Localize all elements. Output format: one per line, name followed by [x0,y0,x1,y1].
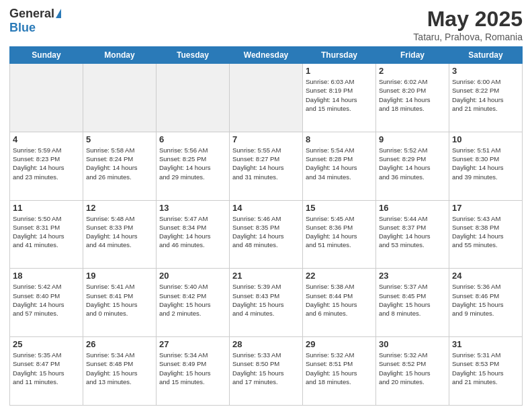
day-number: 20 [159,271,226,281]
day-number: 23 [379,271,446,281]
day-number: 25 [13,339,80,349]
calendar-week-row: 1Sunrise: 6:03 AM Sunset: 8:19 PM Daylig… [10,64,523,132]
calendar-cell: 3Sunrise: 6:00 AM Sunset: 8:22 PM Daylig… [449,64,523,132]
weekday-header-sunday: Sunday [10,47,83,64]
day-number: 21 [232,271,300,281]
calendar-week-row: 25Sunrise: 5:35 AM Sunset: 8:47 PM Dayli… [10,337,523,406]
day-number: 6 [159,134,226,144]
calendar-week-row: 18Sunrise: 5:42 AM Sunset: 8:40 PM Dayli… [10,269,523,337]
day-number: 17 [452,203,519,213]
calendar-cell [230,64,303,132]
day-number: 8 [306,134,373,144]
calendar-cell: 10Sunrise: 5:51 AM Sunset: 8:30 PM Dayli… [449,132,523,200]
calendar-cell: 19Sunrise: 5:41 AM Sunset: 8:41 PM Dayli… [83,269,157,337]
day-number: 22 [306,271,373,281]
day-number: 1 [306,66,373,76]
day-info: Sunrise: 5:33 AM Sunset: 8:50 PM Dayligh… [232,351,300,386]
calendar-cell: 8Sunrise: 5:54 AM Sunset: 8:28 PM Daylig… [303,132,376,200]
page: General Blue May 2025 Tataru, Prahova, R… [0,0,532,411]
calendar-cell: 22Sunrise: 5:38 AM Sunset: 8:44 PM Dayli… [303,269,376,337]
calendar-cell: 5Sunrise: 5:58 AM Sunset: 8:24 PM Daylig… [83,132,157,200]
day-info: Sunrise: 5:42 AM Sunset: 8:40 PM Dayligh… [13,282,80,318]
day-number: 30 [379,339,446,349]
day-info: Sunrise: 6:00 AM Sunset: 8:22 PM Dayligh… [452,77,519,113]
day-number: 27 [159,339,226,349]
day-info: Sunrise: 5:52 AM Sunset: 8:29 PM Dayligh… [379,146,446,181]
day-info: Sunrise: 5:34 AM Sunset: 8:48 PM Dayligh… [86,351,153,386]
logo-general-text: General [9,7,54,21]
weekday-header-monday: Monday [83,47,157,64]
logo: General Blue [9,7,61,35]
day-info: Sunrise: 5:45 AM Sunset: 8:36 PM Dayligh… [306,214,373,250]
calendar-table: SundayMondayTuesdayWednesdayThursdayFrid… [9,46,523,406]
day-info: Sunrise: 5:47 AM Sunset: 8:34 PM Dayligh… [159,214,226,250]
calendar-cell: 9Sunrise: 5:52 AM Sunset: 8:29 PM Daylig… [376,132,449,200]
calendar-cell: 6Sunrise: 5:56 AM Sunset: 8:25 PM Daylig… [157,132,230,200]
day-info: Sunrise: 5:51 AM Sunset: 8:30 PM Dayligh… [452,146,519,181]
day-info: Sunrise: 5:48 AM Sunset: 8:33 PM Dayligh… [86,214,153,250]
calendar-cell: 31Sunrise: 5:31 AM Sunset: 8:53 PM Dayli… [449,337,523,406]
logo-blue-text: Blue [9,21,36,35]
calendar-week-row: 4Sunrise: 5:59 AM Sunset: 8:23 PM Daylig… [10,132,523,200]
day-number: 14 [232,203,300,213]
day-number: 15 [306,203,373,213]
calendar-cell: 21Sunrise: 5:39 AM Sunset: 8:43 PM Dayli… [230,269,303,337]
day-number: 13 [159,203,226,213]
day-number: 12 [86,203,153,213]
day-number: 16 [379,203,446,213]
calendar-cell: 17Sunrise: 5:43 AM Sunset: 8:38 PM Dayli… [449,200,523,269]
day-number: 28 [232,339,300,349]
day-info: Sunrise: 5:40 AM Sunset: 8:42 PM Dayligh… [159,282,226,318]
calendar-cell: 15Sunrise: 5:45 AM Sunset: 8:36 PM Dayli… [303,200,376,269]
day-number: 18 [13,271,80,281]
calendar-cell: 28Sunrise: 5:33 AM Sunset: 8:50 PM Dayli… [230,337,303,406]
day-info: Sunrise: 5:31 AM Sunset: 8:53 PM Dayligh… [452,351,519,386]
calendar-cell: 16Sunrise: 5:44 AM Sunset: 8:37 PM Dayli… [376,200,449,269]
day-number: 19 [86,271,153,281]
calendar-cell: 7Sunrise: 5:55 AM Sunset: 8:27 PM Daylig… [230,132,303,200]
day-info: Sunrise: 5:32 AM Sunset: 8:51 PM Dayligh… [306,351,373,386]
day-info: Sunrise: 5:35 AM Sunset: 8:47 PM Dayligh… [13,351,80,386]
day-number: 24 [452,271,519,281]
calendar-cell: 20Sunrise: 5:40 AM Sunset: 8:42 PM Dayli… [157,269,230,337]
calendar-cell: 14Sunrise: 5:46 AM Sunset: 8:35 PM Dayli… [230,200,303,269]
calendar-cell: 29Sunrise: 5:32 AM Sunset: 8:51 PM Dayli… [303,337,376,406]
title-location: Tataru, Prahova, Romania [413,32,523,42]
calendar-cell: 23Sunrise: 5:37 AM Sunset: 8:45 PM Dayli… [376,269,449,337]
day-info: Sunrise: 5:59 AM Sunset: 8:23 PM Dayligh… [13,146,80,181]
weekday-header-wednesday: Wednesday [230,47,303,64]
day-number: 11 [13,203,80,213]
calendar-cell [83,64,157,132]
day-info: Sunrise: 5:43 AM Sunset: 8:38 PM Dayligh… [452,214,519,250]
day-info: Sunrise: 5:34 AM Sunset: 8:49 PM Dayligh… [159,351,226,386]
calendar-cell: 24Sunrise: 5:36 AM Sunset: 8:46 PM Dayli… [449,269,523,337]
calendar-cell: 30Sunrise: 5:32 AM Sunset: 8:52 PM Dayli… [376,337,449,406]
day-number: 26 [86,339,153,349]
day-info: Sunrise: 5:58 AM Sunset: 8:24 PM Dayligh… [86,146,153,181]
day-info: Sunrise: 5:39 AM Sunset: 8:43 PM Dayligh… [232,282,300,318]
day-info: Sunrise: 6:02 AM Sunset: 8:20 PM Dayligh… [379,77,446,113]
day-info: Sunrise: 5:50 AM Sunset: 8:31 PM Dayligh… [13,214,80,250]
calendar-cell: 27Sunrise: 5:34 AM Sunset: 8:49 PM Dayli… [157,337,230,406]
day-info: Sunrise: 5:56 AM Sunset: 8:25 PM Dayligh… [159,146,226,181]
day-number: 5 [86,134,153,144]
calendar-cell: 1Sunrise: 6:03 AM Sunset: 8:19 PM Daylig… [303,64,376,132]
calendar-cell [157,64,230,132]
day-info: Sunrise: 5:32 AM Sunset: 8:52 PM Dayligh… [379,351,446,386]
calendar-cell: 2Sunrise: 6:02 AM Sunset: 8:20 PM Daylig… [376,64,449,132]
logo-triangle-icon [56,9,61,18]
title-month: May 2025 [413,7,523,32]
day-number: 9 [379,134,446,144]
day-info: Sunrise: 5:55 AM Sunset: 8:27 PM Dayligh… [232,146,300,181]
calendar-cell: 25Sunrise: 5:35 AM Sunset: 8:47 PM Dayli… [10,337,83,406]
day-number: 10 [452,134,519,144]
day-info: Sunrise: 5:38 AM Sunset: 8:44 PM Dayligh… [306,282,373,318]
day-number: 31 [452,339,519,349]
header: General Blue May 2025 Tataru, Prahova, R… [9,7,523,42]
title-block: May 2025 Tataru, Prahova, Romania [413,7,523,42]
weekday-header-saturday: Saturday [449,47,523,64]
calendar-cell: 26Sunrise: 5:34 AM Sunset: 8:48 PM Dayli… [83,337,157,406]
day-info: Sunrise: 5:46 AM Sunset: 8:35 PM Dayligh… [232,214,300,250]
weekday-header-friday: Friday [376,47,449,64]
day-number: 29 [306,339,373,349]
